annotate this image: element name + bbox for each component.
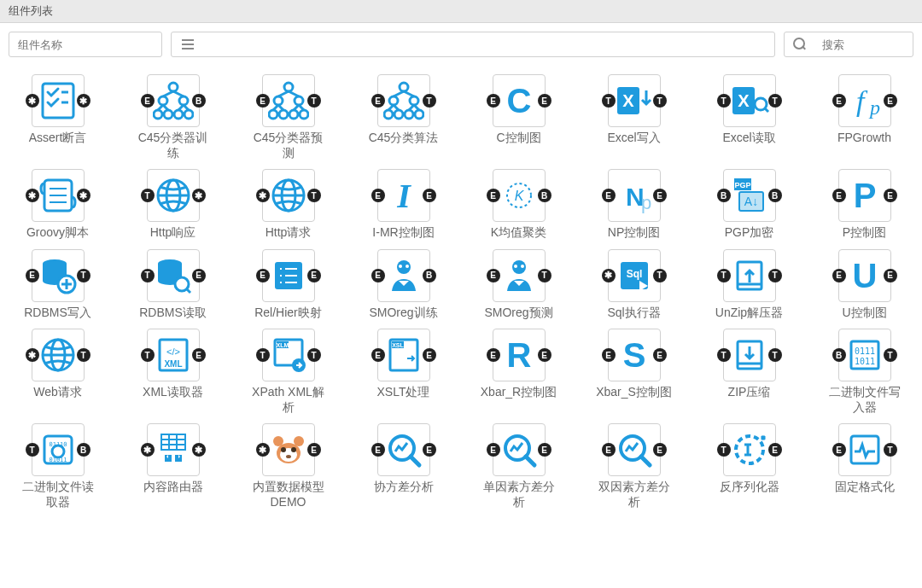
component-item[interactable]: ✱✱内容路由器 [115, 423, 230, 509]
hamburger-icon [182, 39, 194, 49]
component-item[interactable]: EE协方差分析 [346, 423, 461, 509]
component-label: I-MR控制图 [365, 225, 442, 241]
component-item[interactable]: EEXbar_S控制图 [576, 329, 692, 415]
component-item[interactable]: EENP控制图 [576, 169, 692, 241]
port-badge-left: T [256, 348, 270, 362]
port-badge-right: B [77, 443, 90, 457]
port-badge-left: E [602, 348, 616, 362]
component-item[interactable]: EE双因素方差分析 [576, 423, 692, 509]
component-item[interactable]: ✱✱Assert断言 [0, 74, 115, 160]
component-item[interactable]: TTExcel写入 [576, 74, 692, 160]
component-item[interactable]: TE反序列化器 [692, 423, 807, 509]
category-filter-box[interactable] [171, 32, 775, 57]
component-item[interactable]: ✱✱Groovy脚本 [0, 169, 115, 241]
component-item[interactable]: EEXSLT处理 [346, 329, 461, 415]
component-item[interactable]: ETRDBMS写入 [0, 249, 115, 321]
italic-icon: EE [377, 169, 430, 222]
port-badge-left: E [371, 269, 385, 282]
port-badge-right: T [423, 94, 436, 108]
port-badge-left: ✱ [26, 348, 39, 362]
component-item[interactable]: ✱E内置数据模型DEMO [230, 423, 346, 509]
component-item[interactable]: BT二进制文件写入器 [807, 329, 922, 415]
port-badge-left: ✱ [26, 189, 39, 202]
component-label: Sql执行器 [596, 306, 673, 321]
component-item[interactable]: EBC45分类器训练 [115, 74, 230, 160]
pulse-icon: ET [838, 423, 891, 476]
component-item[interactable]: EEXbar_R控制图 [461, 329, 576, 415]
port-badge-left: E [371, 443, 385, 457]
port-badge-left: E [256, 94, 270, 108]
component-item[interactable]: TERDBMS读取 [115, 249, 230, 321]
r-icon: EE [493, 329, 546, 381]
name-filter-input[interactable] [9, 32, 161, 56]
component-label: SMOreg训练 [365, 306, 442, 321]
port-badge-right: T [77, 269, 90, 282]
component-label: Excel写入 [596, 131, 673, 146]
component-item[interactable]: ✱TSql执行器 [576, 249, 692, 321]
assert-icon: ✱✱ [32, 74, 85, 127]
port-badge-left: E [141, 94, 155, 108]
component-item[interactable]: TTZIP压缩 [692, 329, 807, 415]
u-icon: EE [838, 249, 891, 302]
component-item[interactable]: EERel/Hier映射 [230, 249, 346, 321]
xslt-icon: EE [377, 329, 430, 381]
port-badge-left: T [602, 94, 616, 108]
component-label: UnZip解压器 [711, 306, 788, 321]
component-label: 反序列化器 [711, 480, 788, 495]
component-item[interactable]: ET固定格式化 [807, 423, 922, 509]
port-badge-left: E [487, 443, 500, 457]
port-badge-left: E [602, 443, 616, 457]
port-badge-right: T [653, 269, 667, 282]
port-badge-left: E [487, 269, 500, 282]
component-item[interactable]: EEFPGrowth [807, 74, 922, 160]
component-label: 二进制文件写入器 [826, 385, 903, 415]
port-badge-left: ✱ [141, 443, 155, 457]
component-item[interactable]: EBK均值聚类 [461, 169, 576, 241]
component-item[interactable]: BBPGP加密 [692, 169, 807, 241]
component-label: C45分类器预测 [250, 131, 327, 160]
component-label: 单因素方差分析 [481, 480, 557, 509]
component-item[interactable]: EEP控制图 [807, 169, 922, 241]
fp-icon: EE [838, 74, 891, 127]
component-label: P控制图 [826, 225, 903, 241]
component-label: Xbar_S控制图 [596, 385, 673, 400]
component-item[interactable]: ✱TWeb请求 [0, 329, 115, 415]
component-label: Web请求 [20, 385, 96, 400]
port-badge-left: ✱ [602, 269, 616, 282]
component-item[interactable]: EBSMOreg训练 [346, 249, 461, 321]
component-label: RDBMS读取 [135, 306, 212, 321]
port-badge-right: ✱ [192, 443, 206, 457]
port-badge-right: T [653, 94, 667, 108]
excel-read-icon: TT [723, 74, 776, 127]
component-item[interactable]: TEXML读取器 [115, 329, 230, 415]
component-item[interactable]: TTExcel读取 [692, 74, 807, 160]
component-item[interactable]: EEC控制图 [461, 74, 576, 160]
component-item[interactable]: EEI-MR控制图 [346, 169, 461, 241]
port-badge-right: T [768, 94, 782, 108]
component-item[interactable]: ✱THttp请求 [230, 169, 346, 241]
search-box[interactable] [784, 32, 913, 57]
component-item[interactable]: EEU控制图 [807, 249, 922, 321]
kmeans-icon: EB [493, 169, 546, 222]
binary-icon: BT [838, 329, 891, 381]
port-badge-right: B [423, 269, 436, 282]
search-input[interactable] [814, 32, 913, 56]
port-badge-left: T [141, 348, 155, 362]
port-badge-left: E [26, 269, 39, 282]
component-label: ZIP压缩 [711, 385, 788, 400]
globe-icon: T✱ [147, 169, 200, 222]
port-badge-left: T [26, 443, 39, 457]
db-write-icon: ET [32, 249, 85, 302]
script-icon: ✱✱ [32, 169, 85, 222]
component-item[interactable]: ETC45分类算法 [346, 74, 461, 160]
component-item[interactable]: EE单因素方差分析 [461, 423, 576, 509]
component-item[interactable]: ETSMOreg预测 [461, 249, 576, 321]
component-item[interactable]: T✱Http响应 [115, 169, 230, 241]
component-item[interactable]: TTXPath XML解析 [230, 329, 346, 415]
component-item[interactable]: TTUnZip解压器 [692, 249, 807, 321]
name-filter-box[interactable] [9, 32, 162, 57]
component-item[interactable]: ETC45分类器预测 [230, 74, 346, 160]
db-read-icon: TE [147, 249, 200, 302]
component-item[interactable]: TB二进制文件读取器 [0, 423, 115, 509]
port-badge-left: E [832, 269, 846, 282]
